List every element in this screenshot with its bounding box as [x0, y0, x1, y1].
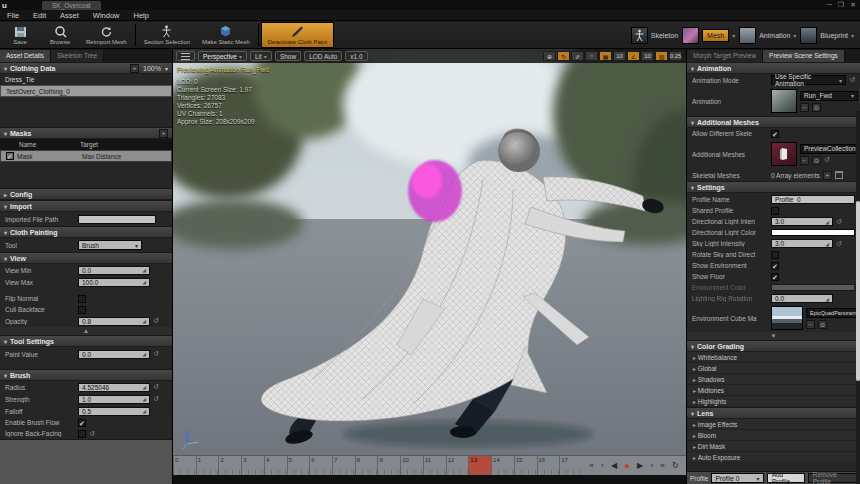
config-header[interactable]: Config — [0, 188, 172, 200]
asset-nav-blueprint[interactable]: Blueprint ▾ — [800, 27, 854, 44]
reset-icon[interactable]: ↺ — [153, 395, 159, 403]
ignore-backfacing-checkbox[interactable] — [78, 430, 86, 438]
imported-file-path-field[interactable] — [78, 215, 156, 224]
color-grading-section-header[interactable]: Color Grading — [687, 340, 860, 352]
color-grading-row[interactable]: Whitebalance — [687, 352, 860, 363]
color-grading-row[interactable]: Midtones — [687, 385, 860, 396]
lit-mode-button[interactable]: Lit▾ — [250, 51, 272, 61]
gizmo-button[interactable]: ∠ — [627, 51, 640, 61]
timeline-tick[interactable]: 6 — [309, 456, 332, 475]
reset-icon[interactable]: ↺ — [153, 350, 159, 358]
timeline-tick[interactable]: 5 — [287, 456, 310, 475]
browse-to-asset-icon[interactable]: ⊙ — [812, 103, 821, 112]
screen-percentage-button[interactable]: x1.0 — [345, 51, 367, 61]
opacity-spinner[interactable]: 0.8 — [78, 317, 150, 326]
settings-section-header[interactable]: Settings — [687, 181, 860, 193]
asset-nav-skeleton[interactable]: Skeleton — [631, 27, 678, 44]
menu-item[interactable]: Edit — [26, 11, 53, 20]
view-max-spinner[interactable]: 100.0 — [78, 278, 150, 287]
timeline-tick[interactable]: 0 — [173, 456, 196, 475]
gizmo-button[interactable]: 0.25 — [669, 51, 682, 61]
browse-button[interactable]: Browse — [40, 22, 80, 48]
tab-morph-target-preview[interactable]: Morph Target Preview — [687, 50, 763, 62]
gizmo-button[interactable]: ⊕ — [543, 51, 556, 61]
lod-auto-button[interactable]: LOD Auto — [304, 51, 342, 61]
cloth-painting-header[interactable]: Cloth Painting — [0, 226, 172, 238]
brush-header[interactable]: Brush — [0, 369, 172, 381]
chevron-down-icon[interactable]: ▾ — [732, 32, 735, 39]
tab-preview-scene-settings[interactable]: Preview Scene Settings — [763, 50, 845, 62]
reset-icon[interactable]: ↺ — [89, 430, 95, 438]
remove-profile-button[interactable]: Remove Profile — [808, 473, 857, 483]
close-button[interactable]: ✕ — [850, 1, 856, 9]
directional-light-intensity-spinner[interactable]: 3.0 — [771, 217, 833, 226]
deactivate-cloth-paint-button[interactable]: Deactivate Cloth Paint — [261, 22, 334, 48]
animation-asset-dropdown[interactable]: Run_Fwd — [800, 91, 858, 101]
lens-row[interactable]: Auto Exposure — [687, 452, 860, 463]
menu-item[interactable]: Asset — [53, 11, 86, 20]
allow-different-skeletons-checkbox[interactable] — [771, 130, 779, 138]
lens-row[interactable]: Dirt Mask — [687, 441, 860, 452]
timeline-tick[interactable]: 14 — [491, 456, 514, 475]
view-min-spinner[interactable]: 0.0 — [78, 266, 150, 275]
gizmo-button[interactable]: ⇗ — [571, 51, 584, 61]
timeline-ticks[interactable]: 01234567891011121314151617 — [173, 456, 582, 475]
use-selected-icon[interactable]: ← — [806, 320, 815, 329]
browse-to-asset-icon[interactable]: ⊙ — [818, 320, 827, 329]
gizmo-button[interactable]: ▥ — [655, 51, 668, 61]
use-selected-icon[interactable]: ← — [800, 156, 809, 165]
tab-skeleton-tree[interactable]: Skeleton Tree — [51, 50, 104, 62]
timeline-tick[interactable]: 16 — [537, 456, 560, 475]
view-header[interactable]: View — [0, 252, 172, 264]
radius-spinner[interactable]: 4.525046 — [78, 383, 150, 392]
save-button[interactable]: Save — [0, 22, 40, 48]
reset-icon[interactable]: ↺ — [153, 383, 159, 391]
maximize-button[interactable]: ❐ — [838, 1, 844, 9]
gizmo-button[interactable]: ○ — [585, 51, 598, 61]
additional-meshes-thumb[interactable] — [771, 142, 797, 166]
reset-icon[interactable]: ↺ — [153, 317, 159, 325]
clothing-item[interactable]: Dress_Tie — [0, 74, 172, 85]
preview-viewport[interactable]: Perspective▾ Lit▾ Show LOD Auto x1.0 ⊕↻⇗… — [173, 49, 686, 484]
additional-meshes-section-header[interactable]: Additional Meshes — [687, 116, 860, 128]
timeline-tick[interactable]: 15 — [514, 456, 537, 475]
transport-button[interactable]: ▶ — [637, 461, 643, 471]
environment-cubemap-thumb[interactable] — [771, 306, 803, 330]
gizmo-button[interactable]: ▦ — [599, 51, 612, 61]
gizmo-button[interactable]: ↻ — [557, 51, 570, 61]
reset-icon[interactable]: ↺ — [824, 156, 830, 164]
tool-dropdown[interactable]: Brush — [78, 240, 142, 250]
enable-brush-flow-checkbox[interactable] — [78, 419, 86, 427]
use-selected-icon[interactable]: ← — [800, 103, 809, 112]
animation-mode-dropdown[interactable]: Use Specific Animation — [771, 75, 846, 85]
animation-timeline[interactable]: 01234567891011121314151617 «‹◀●▶›»↻ — [173, 455, 686, 475]
reimport-mesh-button[interactable]: Reimport Mesh — [80, 22, 133, 48]
add-clothing-icon[interactable]: + — [130, 64, 139, 73]
timeline-tick[interactable]: 7 — [332, 456, 355, 475]
add-element-icon[interactable]: + — [823, 171, 832, 180]
color-grading-row[interactable]: Global — [687, 363, 860, 374]
right-panel-scrollbar[interactable] — [856, 111, 860, 484]
transport-button[interactable]: « — [589, 461, 593, 471]
show-environment-checkbox[interactable] — [771, 262, 779, 270]
timeline-tick[interactable]: 1 — [196, 456, 219, 475]
transport-button[interactable]: ● — [624, 461, 629, 471]
shared-profile-checkbox[interactable] — [771, 207, 779, 215]
additional-meshes-dropdown[interactable]: PreviewCollection — [800, 144, 860, 154]
transport-button[interactable]: ↻ — [672, 461, 679, 471]
clothing-data-header[interactable]: Clothing Data + 100% ▾ — [0, 62, 172, 74]
settings-expander[interactable]: ▼ — [687, 332, 860, 340]
minimize-button[interactable]: ─ — [827, 1, 832, 9]
profile-name-field[interactable]: Profile_0 — [771, 195, 855, 204]
section-selection-button[interactable]: Section Selection — [138, 22, 196, 48]
make-static-mesh-button[interactable]: Make Static Mesh — [196, 22, 256, 48]
clothing-zoom-value[interactable]: 100% — [143, 65, 161, 72]
menu-item[interactable]: File — [0, 11, 26, 20]
flip-normal-checkbox[interactable] — [78, 295, 86, 303]
viewport-options-button[interactable] — [176, 51, 195, 61]
timeline-tick[interactable]: 8 — [355, 456, 378, 475]
directional-light-color-swatch[interactable] — [771, 229, 855, 236]
masks-header[interactable]: Masks + — [0, 127, 172, 139]
cull-backface-checkbox[interactable] — [78, 306, 86, 314]
color-grading-row[interactable]: Highlights — [687, 396, 860, 407]
